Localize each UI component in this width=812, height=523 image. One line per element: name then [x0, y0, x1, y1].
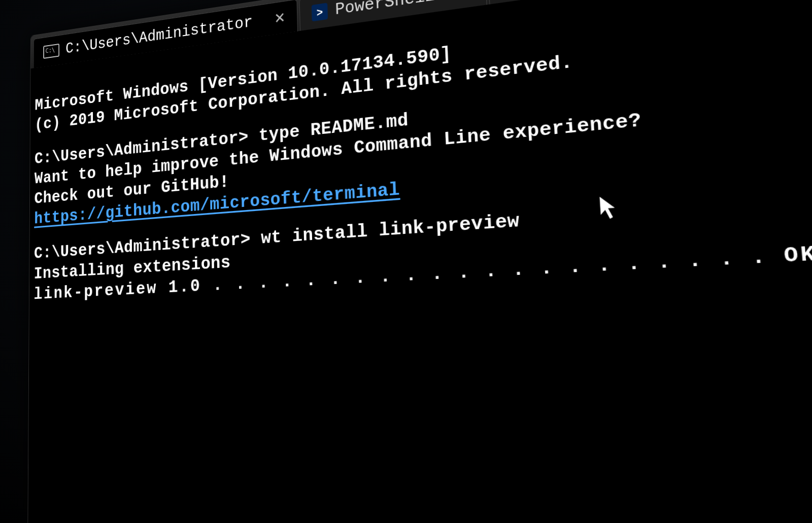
close-icon[interactable]: ✕: [274, 9, 286, 27]
cmd-icon: C:\: [43, 44, 59, 59]
close-icon[interactable]: ✕: [459, 0, 473, 1]
terminal-output[interactable]: Microsoft Windows [Version 10.0.17134.59…: [29, 0, 812, 367]
terminal-window: C:\ C:\Users\Administrator ✕ > PowerShel…: [27, 0, 812, 523]
powershell-icon: >: [312, 3, 328, 21]
background: C:\ C:\Users\Administrator ✕ > PowerShel…: [0, 0, 812, 523]
command-text: wt install link-preview: [261, 210, 520, 249]
